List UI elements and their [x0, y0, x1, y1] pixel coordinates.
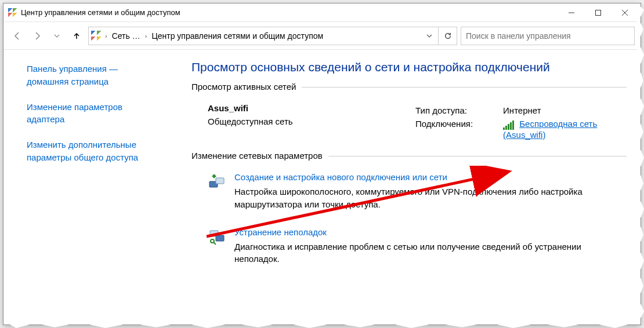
minimize-button[interactable] [558, 3, 585, 22]
close-button[interactable] [612, 3, 638, 22]
sidebar-link-home[interactable]: Панель управления — домашняя страница [27, 63, 160, 88]
nav-forward-button[interactable] [29, 28, 45, 44]
svg-rect-2 [216, 178, 224, 184]
group-active-networks: Просмотр активных сетей Asus_wifi Общедо… [191, 87, 627, 144]
troubleshoot-icon [208, 227, 226, 246]
svg-rect-0 [596, 10, 601, 15]
action-troubleshoot[interactable]: Устранение неполадок Диагностика и испра… [191, 221, 627, 266]
breadcrumb-current[interactable]: Центр управления сетями и общим доступом [150, 30, 324, 42]
group-label: Изменение сетевых параметров [191, 151, 328, 161]
app-icon [8, 8, 17, 17]
sidebar-link-adapter-settings[interactable]: Изменение параметров адаптера [27, 101, 160, 126]
access-type-label: Тип доступа: [415, 104, 479, 116]
page-title: Просмотр основных сведений о сети и наст… [191, 60, 627, 74]
svg-rect-4 [216, 235, 224, 241]
toolbar: › Сеть … › Центр управления сетями и общ… [3, 22, 641, 50]
network-type: Общедоступная сеть [208, 116, 405, 126]
action-new-connection-link[interactable]: Создание и настройка нового подключения … [234, 172, 447, 182]
wifi-signal-icon [503, 120, 515, 130]
action-troubleshoot-link[interactable]: Устранение неполадок [234, 227, 327, 237]
nav-back-button[interactable] [9, 28, 26, 44]
address-bar[interactable]: › Сеть … › Центр управления сетями и общ… [88, 27, 439, 45]
nav-up-button[interactable] [68, 28, 85, 44]
new-connection-icon [208, 172, 226, 191]
chevron-right-icon[interactable]: › [144, 32, 149, 39]
search-input[interactable] [466, 31, 629, 41]
access-type-value: Интернет [480, 104, 625, 116]
network-name: Asus_wifi [208, 103, 405, 113]
address-dropdown[interactable] [423, 31, 436, 41]
sidebar-link-advanced-sharing[interactable]: Изменить дополнительные параметры общего… [27, 139, 160, 164]
action-new-connection[interactable]: Создание и настройка нового подключения … [191, 166, 627, 211]
content: Просмотр основных сведений о сети и наст… [172, 50, 641, 325]
connections-label: Подключения: [415, 118, 479, 141]
group-label: Просмотр активных сетей [191, 82, 302, 92]
connection-link[interactable]: Беспроводная сеть (Asus_wifi) [503, 119, 597, 140]
nav-history-dropdown[interactable] [49, 28, 65, 44]
titlebar: Центр управления сетями и общим доступом [3, 3, 641, 22]
maximize-button[interactable] [585, 3, 612, 22]
address-icon [91, 31, 102, 41]
action-new-connection-desc: Настройка широкополосного, коммутируемог… [234, 185, 606, 211]
action-troubleshoot-desc: Диагностика и исправление проблем с сеть… [234, 240, 606, 266]
group-change-settings: Изменение сетевых параметров Создание и … [191, 156, 627, 268]
refresh-button[interactable] [439, 27, 457, 45]
window-title: Центр управления сетями и общим доступом [17, 8, 558, 17]
breadcrumb-network[interactable]: Сеть … [111, 30, 142, 42]
chevron-right-icon[interactable]: › [104, 32, 108, 39]
search-box[interactable] [461, 27, 635, 45]
window: Центр управления сетями и общим доступом [3, 3, 641, 325]
sidebar: Панель управления — домашняя страница Из… [3, 50, 172, 325]
